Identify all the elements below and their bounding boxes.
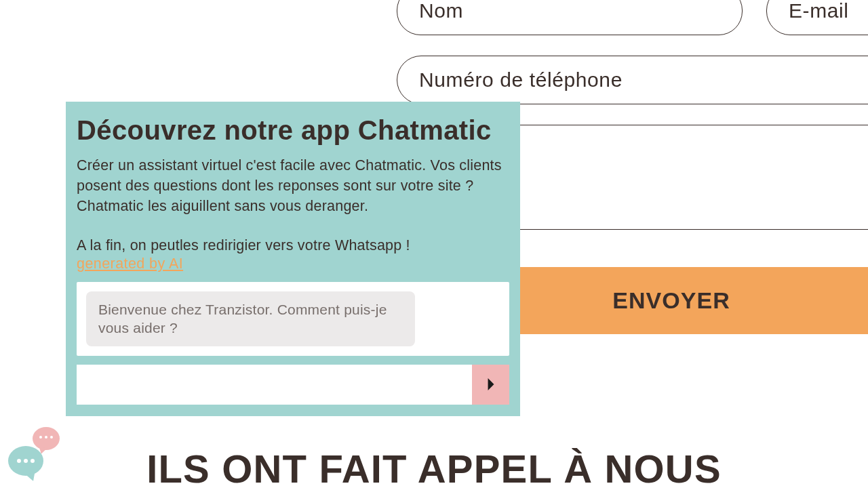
chatmatic-widget: Découvrez notre app Chatmatic Créer un a… xyxy=(66,102,520,416)
chat-input[interactable] xyxy=(77,365,472,405)
form-row xyxy=(397,56,868,104)
arrow-right-icon xyxy=(486,378,496,391)
speech-bubble-icon xyxy=(33,427,60,450)
chat-input-row xyxy=(77,365,509,405)
section-heading: ILS ONT FAIT APPEL À NOUS xyxy=(146,446,722,488)
generated-by-ai-link[interactable]: generated by AI xyxy=(77,256,183,272)
chat-greeting-bubble: Bienvenue chez Tranzistor. Comment puis-… xyxy=(86,291,415,346)
chat-container: Bienvenue chez Tranzistor. Comment puis-… xyxy=(77,282,509,356)
chat-send-button[interactable] xyxy=(472,365,509,405)
widget-redirect-text: A la fin, on peutles redirigier vers vot… xyxy=(77,235,509,256)
email-input[interactable] xyxy=(766,0,868,35)
phone-input[interactable] xyxy=(397,56,868,104)
widget-description: Créer un assistant virtuel c'est facile … xyxy=(77,155,509,216)
speech-bubble-icon xyxy=(8,446,43,476)
chat-launcher-icon[interactable] xyxy=(8,427,61,480)
widget-heading: Découvrez notre app Chatmatic xyxy=(77,114,509,147)
form-row xyxy=(397,0,868,35)
name-input[interactable] xyxy=(397,0,743,35)
